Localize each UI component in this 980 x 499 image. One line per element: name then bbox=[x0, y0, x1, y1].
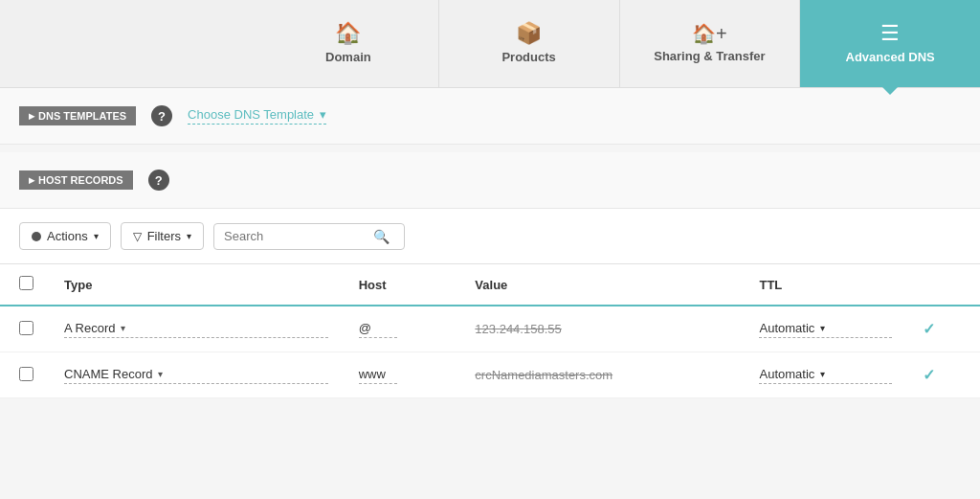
col-actions bbox=[907, 264, 980, 306]
tab-spacer bbox=[0, 0, 258, 87]
row2-host-value: www bbox=[359, 367, 397, 384]
row2-save-cell[interactable]: ✓ bbox=[907, 352, 980, 398]
row2-ttl-value: Automatic bbox=[759, 367, 814, 381]
host-records-help-button[interactable]: ? bbox=[148, 170, 169, 191]
search-icon: 🔍 bbox=[373, 229, 390, 244]
row2-type-value: CNAME Record bbox=[64, 367, 152, 381]
actions-dot-icon bbox=[32, 232, 41, 241]
dns-templates-section: DNS TEMPLATES ? Choose DNS Template ▾ bbox=[0, 88, 980, 145]
domain-icon: 🏠 bbox=[335, 23, 361, 44]
records-table: Type Host Value TTL A Record ▾ bbox=[0, 264, 980, 398]
col-type: Type bbox=[49, 264, 344, 306]
main-content: DNS TEMPLATES ? Choose DNS Template ▾ HO… bbox=[0, 88, 980, 398]
dns-templates-help-button[interactable]: ? bbox=[151, 105, 172, 126]
row1-type-arrow-icon: ▾ bbox=[121, 323, 125, 333]
select-all-header[interactable] bbox=[0, 264, 49, 306]
row2-type-arrow-icon: ▾ bbox=[158, 369, 163, 379]
row1-check-icon[interactable]: ✓ bbox=[923, 321, 935, 337]
row2-ttl-arrow-icon: ▾ bbox=[820, 369, 825, 379]
table-row: CNAME Record ▾ www crcNamediamasters.com… bbox=[0, 352, 980, 398]
select-all-checkbox[interactable] bbox=[19, 276, 33, 290]
row1-ttl-select[interactable]: Automatic ▾ bbox=[759, 321, 891, 338]
toolbar: Actions ▾ ▽ Filters ▾ 🔍 bbox=[0, 209, 980, 264]
table-header-row: Type Host Value TTL bbox=[0, 264, 980, 306]
row2-ttl-cell[interactable]: Automatic ▾ bbox=[744, 352, 906, 398]
host-records-label[interactable]: HOST RECORDS bbox=[19, 170, 133, 190]
section-gap-1 bbox=[0, 145, 980, 152]
row1-ttl-arrow-icon: ▾ bbox=[820, 323, 825, 333]
products-icon: 📦 bbox=[516, 23, 542, 44]
col-ttl: TTL bbox=[744, 264, 906, 306]
row1-ttl-value: Automatic bbox=[759, 321, 814, 335]
tab-domain-label: Domain bbox=[325, 50, 371, 64]
row1-host-value: @ bbox=[359, 321, 397, 338]
actions-label: Actions bbox=[47, 229, 88, 243]
col-host: Host bbox=[344, 264, 460, 306]
row2-type-select[interactable]: CNAME Record ▾ bbox=[64, 367, 328, 384]
row1-type-select[interactable]: A Record ▾ bbox=[64, 321, 328, 338]
row2-ttl-select[interactable]: Automatic ▾ bbox=[759, 367, 891, 384]
dns-template-dropdown[interactable]: Choose DNS Template ▾ bbox=[188, 107, 326, 125]
sharing-icon: 🏠+ bbox=[692, 24, 727, 43]
row1-type-cell[interactable]: A Record ▾ bbox=[49, 306, 344, 352]
tab-advanced-dns-label: Advanced DNS bbox=[846, 50, 935, 64]
row1-ttl-cell[interactable]: Automatic ▾ bbox=[744, 306, 906, 352]
tab-advanced-dns[interactable]: ☰ Advanced DNS bbox=[800, 0, 980, 87]
filters-funnel-icon: ▽ bbox=[133, 230, 142, 243]
row2-host-cell[interactable]: www bbox=[344, 352, 460, 398]
row2-check-icon[interactable]: ✓ bbox=[923, 367, 935, 383]
row2-value-cell: crcNamediamasters.com bbox=[459, 352, 744, 398]
row2-value: crcNamediamasters.com bbox=[475, 368, 612, 382]
row2-checkbox-cell[interactable] bbox=[0, 352, 49, 398]
tab-sharing-label: Sharing & Transfer bbox=[654, 49, 765, 63]
row1-host-cell[interactable]: @ bbox=[344, 306, 460, 352]
host-records-section: HOST RECORDS ? bbox=[0, 152, 980, 209]
tab-products[interactable]: 📦 Products bbox=[439, 0, 620, 87]
tabs-bar: 🏠 Domain 📦 Products 🏠+ Sharing & Transfe… bbox=[0, 0, 980, 88]
search-box[interactable]: 🔍 bbox=[213, 223, 405, 250]
tab-domain[interactable]: 🏠 Domain bbox=[258, 0, 439, 87]
actions-button[interactable]: Actions ▾ bbox=[19, 222, 111, 250]
search-input[interactable] bbox=[224, 229, 368, 243]
row1-value: 123.244.158.55 bbox=[475, 322, 561, 336]
row1-checkbox-cell[interactable] bbox=[0, 306, 49, 352]
filters-arrow-icon: ▾ bbox=[187, 231, 191, 241]
tab-products-label: Products bbox=[501, 50, 555, 64]
row1-value-cell: 123.244.158.55 bbox=[459, 306, 744, 352]
dns-template-arrow: ▾ bbox=[320, 107, 326, 122]
row2-type-cell[interactable]: CNAME Record ▾ bbox=[49, 352, 344, 398]
tab-sharing[interactable]: 🏠+ Sharing & Transfer bbox=[620, 0, 801, 87]
actions-arrow-icon: ▾ bbox=[94, 231, 99, 241]
table-row: A Record ▾ @ 123.244.158.55 Automatic ▾ bbox=[0, 306, 980, 352]
col-value: Value bbox=[459, 264, 744, 306]
filters-label: Filters bbox=[147, 229, 181, 243]
row2-checkbox[interactable] bbox=[19, 367, 33, 381]
row1-checkbox[interactable] bbox=[19, 321, 33, 335]
dns-template-placeholder: Choose DNS Template bbox=[188, 107, 314, 122]
row1-type-value: A Record bbox=[64, 321, 115, 335]
advanced-dns-icon: ☰ bbox=[880, 23, 900, 44]
row1-save-cell[interactable]: ✓ bbox=[907, 306, 980, 352]
filters-button[interactable]: ▽ Filters ▾ bbox=[121, 222, 204, 250]
dns-templates-label[interactable]: DNS TEMPLATES bbox=[19, 106, 136, 125]
